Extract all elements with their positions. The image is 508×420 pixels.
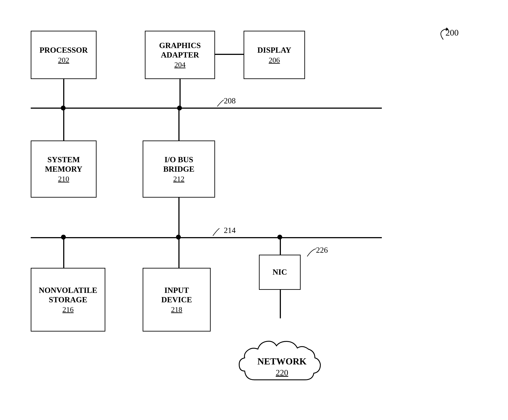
bus-208-line [31,108,382,109]
nonvolatile-storage-box: NONVOLATILESTORAGE 216 [31,268,105,331]
graphics-adapter-box: GRAPHICSADAPTER 204 [145,31,215,79]
diagram: 200 PROCESSOR 202 GRAPHICSADAPTER 204 DI… [13,13,474,408]
bus-214-arrow [206,227,224,239]
display-label: DISPLAY [258,45,291,55]
bus214-to-input [178,237,179,269]
system-memory-box: SYSTEMMEMORY 210 [31,141,96,198]
bus-208-num: 208 [224,96,236,105]
proc-to-bus208 [63,79,64,108]
nonvolatile-storage-label: NONVOLATILESTORAGE [39,286,97,305]
ref-200-number: 200 [445,27,459,38]
input-device-label: INPUTDEVICE [161,286,192,305]
svg-text:NETWORK: NETWORK [258,356,307,367]
processor-num: 202 [58,56,69,64]
bus208-to-iobusbridge [178,108,179,141]
input-device-num: 218 [171,305,182,314]
processor-box: PROCESSOR 202 [31,31,96,79]
bus208-to-sysmem [63,108,64,141]
system-memory-num: 210 [58,175,69,183]
iobusbridge-to-bus214 [178,198,179,237]
nic-ref-num: 226 [316,246,328,255]
graphics-adapter-num: 204 [175,60,186,69]
ga-to-display-line [215,54,243,55]
bus-214-num: 214 [224,226,236,235]
nic-box: NIC [259,255,301,290]
system-memory-label: SYSTEMMEMORY [45,155,82,174]
ga-to-bus208 [179,79,181,108]
network-cloud: NETWORK 220 [233,318,331,402]
svg-text:220: 220 [276,368,288,377]
input-device-box: INPUTDEVICE 218 [143,268,211,331]
display-box: DISPLAY 206 [243,31,305,79]
io-bus-bridge-num: 212 [173,175,184,183]
bus214-to-nic [280,237,281,255]
nonvolatile-storage-num: 216 [63,305,74,314]
dot-ga-bus208 [177,105,182,110]
io-bus-bridge-box: I/O BUSBRIDGE 212 [143,141,215,198]
display-num: 206 [269,56,280,64]
graphics-adapter-label: GRAPHICSADAPTER [159,41,201,60]
nic-to-network [280,290,281,318]
processor-label: PROCESSOR [39,45,88,55]
bus214-to-nonvol [63,237,64,269]
io-bus-bridge-label: I/O BUSBRIDGE [163,155,194,174]
nic-label: NIC [272,267,287,277]
